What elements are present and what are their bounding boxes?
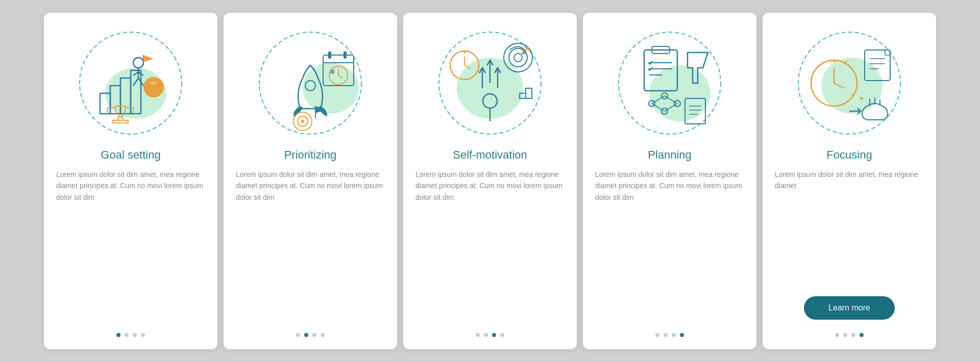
illustration-self-motivation [434, 27, 546, 139]
dot-2 [664, 333, 668, 337]
dots-prioritizing [296, 333, 325, 337]
card-text-focusing: Lorem ipsum dolor sit dim amet, mea regi… [775, 169, 924, 291]
dot-3 [492, 333, 496, 337]
dot-4 [500, 333, 504, 337]
card-planning: Planning Lorem ipsum dolor sit dim amet,… [583, 13, 756, 349]
svg-point-55 [649, 65, 710, 121]
dot-1 [116, 333, 120, 337]
svg-text:№1: №1 [150, 81, 157, 85]
svg-rect-25 [328, 51, 331, 59]
dots-focusing [835, 333, 864, 337]
card-text-self-motivation: Lorem ipsum dolor sit dim amet, mea regi… [415, 169, 565, 324]
cards-container: №1 Goal setting Lorem ipsum dolor sit di… [32, 1, 948, 361]
dot-4 [141, 333, 145, 337]
dot-3 [672, 333, 676, 337]
illustration-focusing: ✦ ✦ [793, 27, 905, 139]
dots-planning [655, 333, 684, 337]
dot-2 [843, 333, 847, 337]
card-title-goal-setting: Goal setting [101, 148, 160, 162]
illustration-prioritizing: ▦ [254, 27, 366, 139]
dots-goal-setting [116, 333, 145, 337]
dot-1 [296, 333, 300, 337]
dots-self-motivation [476, 333, 504, 337]
dot-1 [655, 333, 659, 337]
dot-1 [835, 333, 839, 337]
svg-point-6 [133, 58, 143, 68]
card-text-prioritizing: Lorem ipsum dolor sit dim amet, mea regi… [236, 169, 385, 324]
illustration-planning [614, 27, 726, 139]
card-text-goal-setting: Lorem ipsum dolor sit dim amet, mea regi… [56, 169, 205, 324]
svg-text:✦: ✦ [850, 92, 854, 97]
svg-point-18 [143, 77, 164, 97]
svg-text:✦: ✦ [859, 94, 865, 102]
card-text-planning: Lorem ipsum dolor sit dim amet, mea regi… [595, 169, 744, 324]
dot-2 [125, 333, 129, 337]
dot-1 [476, 333, 480, 337]
dot-4 [321, 333, 325, 337]
card-title-focusing: Focusing [826, 148, 872, 162]
card-self-motivation: Self-motivation Lorem ipsum dolor sit di… [403, 13, 577, 349]
dot-3 [133, 333, 137, 337]
card-title-self-motivation: Self-motivation [453, 148, 527, 162]
card-prioritizing: ▦ Prioritizing Lorem ipsum dolor sit dim… [224, 13, 397, 349]
svg-rect-53 [526, 88, 532, 98]
dot-3 [851, 333, 855, 337]
card-title-prioritizing: Prioritizing [284, 148, 337, 162]
svg-point-33 [301, 120, 304, 123]
dot-3 [312, 333, 316, 337]
illustration-goal-setting: №1 [75, 27, 187, 139]
card-title-planning: Planning [648, 148, 692, 162]
card-goal-setting: №1 Goal setting Lorem ipsum dolor sit di… [44, 13, 217, 349]
card-focusing: ✦ ✦ Focusing Lorem ipsum dolor sit dim a… [763, 13, 936, 349]
dot-4 [680, 333, 684, 337]
svg-rect-26 [344, 51, 347, 59]
dot-2 [484, 333, 488, 337]
learn-more-button[interactable]: Learn more [804, 296, 895, 320]
dot-2 [304, 333, 308, 337]
dot-4 [860, 333, 864, 337]
svg-marker-13 [143, 55, 154, 62]
